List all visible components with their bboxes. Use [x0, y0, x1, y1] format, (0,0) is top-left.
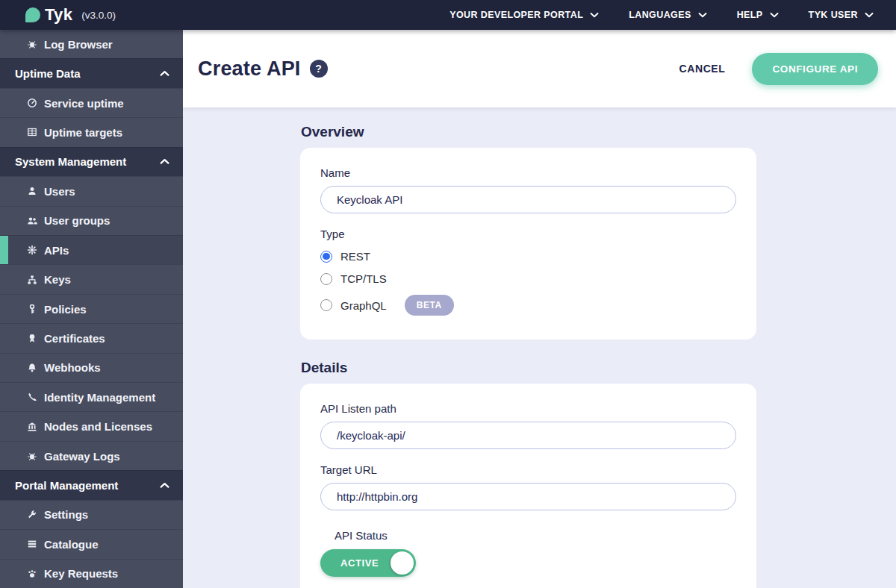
sidebar-item-key-requests[interactable]: Key Requests	[0, 559, 183, 588]
key-icon	[27, 304, 37, 314]
listen-path-input[interactable]	[320, 422, 736, 449]
listen-path-field-group: API Listen path	[320, 402, 736, 449]
listen-path-label: API Listen path	[320, 402, 736, 415]
radio-label: TCP/TLS	[340, 272, 387, 285]
configure-api-button[interactable]: CONFIGURE API	[752, 53, 878, 85]
users-icon	[27, 216, 37, 226]
sidebar-item-identity-management[interactable]: Identity Management	[0, 382, 183, 411]
certificate-icon	[27, 333, 37, 343]
tyk-leaf-icon	[25, 7, 40, 22]
sidebar-section-portal-management[interactable]: Portal Management	[0, 470, 183, 499]
type-label: Type	[320, 228, 736, 240]
menu-label: HELP	[737, 10, 763, 20]
version-label: (v3.0.0)	[81, 10, 116, 21]
menu-help[interactable]: HELP	[737, 10, 779, 20]
table-icon	[27, 127, 37, 137]
toggle-knob-icon[interactable]	[391, 551, 414, 575]
sidebar-item-catalogue[interactable]: Catalogue	[0, 529, 183, 558]
sidebar-item-apis[interactable]: APIs	[0, 235, 183, 264]
radio-icon[interactable]	[320, 273, 332, 285]
radio-label: GraphQL	[340, 299, 387, 312]
chevron-down-icon	[590, 12, 599, 18]
beta-badge: BETA	[405, 295, 454, 316]
api-status-label: API Status	[335, 529, 736, 542]
bell-icon	[27, 363, 37, 373]
sidebar-item-webhooks[interactable]: Webhooks	[0, 353, 183, 382]
target-url-label: Target URL	[320, 463, 736, 476]
sidebar-item-users[interactable]: Users	[0, 176, 183, 205]
sidebar-item-label: Webhooks	[44, 361, 101, 374]
topbar-menu: YOUR DEVELOPER PORTAL LANGUAGES HELP TYK…	[449, 10, 874, 20]
user-icon	[27, 186, 37, 196]
sidebar-item-label: Service uptime	[44, 97, 124, 110]
name-field-group: Name	[320, 166, 736, 213]
sidebar-item-certificates[interactable]: Certificates	[0, 323, 183, 352]
bank-icon	[27, 422, 37, 432]
radio-option-rest[interactable]: REST	[320, 250, 736, 263]
sidebar-item-label: Key Requests	[44, 567, 118, 580]
sitemap-icon	[27, 275, 37, 285]
sidebar-section-label: Portal Management	[15, 479, 118, 492]
main-area: Create API ? CANCEL CONFIGURE API Overvi…	[183, 30, 896, 588]
radio-icon[interactable]	[320, 251, 332, 263]
api-status-value: ACTIVE	[340, 557, 379, 569]
sidebar-item-label: Log Browser	[44, 38, 113, 51]
menu-your-developer-portal[interactable]: YOUR DEVELOPER PORTAL	[449, 10, 599, 20]
page-title: Create API	[198, 57, 301, 81]
gears-icon	[27, 245, 37, 255]
paw-icon	[27, 569, 37, 579]
cancel-button[interactable]: CANCEL	[679, 63, 726, 75]
menu-label: TYK USER	[809, 10, 858, 20]
sidebar-item-label: Catalogue	[44, 538, 99, 551]
sidebar-item-user-groups[interactable]: User groups	[0, 206, 183, 235]
sidebar: Log Browser Uptime Data Service uptime U…	[0, 30, 183, 588]
chevron-down-icon	[698, 12, 707, 18]
brand-name: Tyk	[45, 5, 72, 25]
sidebar-item-label: Uptime targets	[44, 126, 122, 139]
gauge-icon	[27, 98, 37, 108]
type-field-group: Type REST TCP/TLS GraphQL BETA	[320, 228, 736, 316]
name-input[interactable]	[320, 186, 736, 213]
target-url-field-group: Target URL	[320, 463, 736, 510]
sidebar-item-policies[interactable]: Policies	[0, 294, 183, 323]
bug-icon	[27, 451, 37, 461]
api-status-toggle[interactable]: ACTIVE	[320, 549, 416, 577]
sidebar-item-label: APIs	[44, 244, 69, 257]
menu-label: YOUR DEVELOPER PORTAL	[449, 10, 583, 20]
help-icon[interactable]: ?	[310, 60, 328, 78]
phone-icon	[27, 392, 37, 402]
sidebar-item-uptime-targets[interactable]: Uptime targets	[0, 117, 183, 146]
sidebar-item-log-browser[interactable]: Log Browser	[0, 30, 183, 58]
sidebar-item-gateway-logs[interactable]: Gateway Logs	[0, 441, 183, 470]
sidebar-item-label: Users	[44, 185, 75, 198]
details-heading: Details	[301, 360, 896, 376]
radio-option-tcp-tls[interactable]: TCP/TLS	[320, 272, 736, 285]
content-area: Overview Name Type REST TCP/TLS	[183, 107, 896, 588]
sidebar-section-system-management[interactable]: System Management	[0, 147, 183, 176]
radio-option-graphql[interactable]: GraphQL BETA	[320, 295, 736, 316]
tyk-logo[interactable]: Tyk (v3.0.0)	[25, 5, 116, 25]
sidebar-item-keys[interactable]: Keys	[0, 264, 183, 293]
menu-languages[interactable]: LANGUAGES	[629, 10, 706, 20]
sidebar-item-nodes-and-licenses[interactable]: Nodes and Licenses	[0, 411, 183, 440]
sidebar-section-label: Uptime Data	[15, 67, 81, 80]
list-icon	[27, 539, 37, 549]
chevron-down-icon	[865, 12, 874, 18]
sidebar-item-label: Gateway Logs	[44, 450, 120, 463]
chevron-up-icon	[160, 482, 169, 489]
bug-icon	[27, 39, 37, 49]
target-url-input[interactable]	[320, 483, 736, 510]
header-actions: CANCEL CONFIGURE API	[679, 53, 879, 85]
menu-tyk-user[interactable]: TYK USER	[809, 10, 874, 20]
sidebar-section-label: System Management	[15, 155, 126, 168]
sidebar-section-uptime-data[interactable]: Uptime Data	[0, 58, 183, 87]
radio-icon[interactable]	[320, 299, 332, 311]
name-label: Name	[320, 166, 736, 179]
sidebar-item-service-uptime[interactable]: Service uptime	[0, 88, 183, 117]
sidebar-item-label: Settings	[44, 508, 88, 521]
app-root: Tyk (v3.0.0) YOUR DEVELOPER PORTAL LANGU…	[0, 0, 896, 588]
sidebar-item-label: Keys	[44, 273, 71, 286]
details-card: API Listen path Target URL API Status AC…	[300, 384, 756, 588]
topbar: Tyk (v3.0.0) YOUR DEVELOPER PORTAL LANGU…	[0, 0, 896, 30]
sidebar-item-settings[interactable]: Settings	[0, 500, 183, 529]
